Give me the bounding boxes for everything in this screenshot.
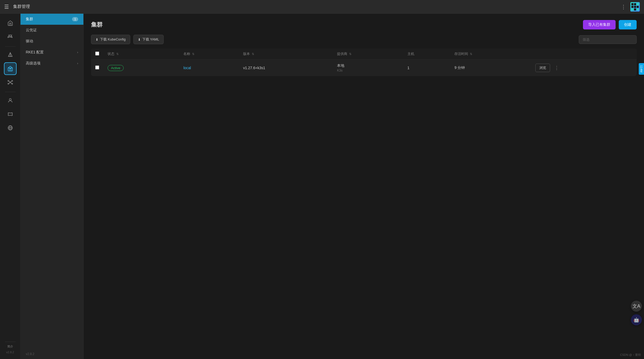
td-uptime: 9 分钟 bbox=[450, 60, 531, 76]
th-actions bbox=[531, 48, 637, 60]
download-yaml-button[interactable]: ⬇ 下载 YAML bbox=[133, 35, 164, 44]
svg-rect-1 bbox=[634, 3, 636, 5]
th-status[interactable]: 状态 ⇅ bbox=[103, 48, 179, 60]
sidebar-item-cattle[interactable] bbox=[4, 31, 17, 43]
svg-rect-6 bbox=[631, 8, 633, 11]
rke1-chevron-icon: › bbox=[77, 50, 78, 54]
download-kubeconfig-button[interactable]: ⬇ 下载 KubeConfig bbox=[91, 35, 130, 44]
import-cluster-button[interactable]: 导入已有集群 bbox=[583, 20, 616, 29]
th-hosts: 主机 bbox=[403, 48, 450, 60]
sidebar-item-puzzle[interactable] bbox=[4, 108, 17, 120]
header-buttons: 导入已有集群 创建 bbox=[583, 20, 637, 29]
main-layout: 简介 v2.8.2 集群 1 云凭证 驱动 RKE1 配置 › 高级选项 › v… bbox=[0, 14, 644, 359]
td-name: local bbox=[179, 60, 239, 76]
td-provider: 本地 K3s bbox=[333, 60, 403, 76]
svg-rect-3 bbox=[631, 6, 633, 8]
content-area: 集群 导入已有集群 创建 ⬇ 下载 KubeConfig ⬇ 下载 YAML bbox=[84, 14, 644, 359]
svg-point-19 bbox=[9, 99, 11, 100]
td-hosts: 1 bbox=[403, 60, 450, 76]
intro-label[interactable]: 简介 bbox=[7, 345, 13, 348]
svg-point-11 bbox=[8, 80, 9, 82]
download-yaml-icon: ⬇ bbox=[138, 38, 141, 42]
svg-rect-7 bbox=[634, 8, 636, 11]
table-row: Active local v1.27.6+k3s1 本地 K3s bbox=[91, 60, 637, 76]
sidebar-item-home[interactable] bbox=[4, 17, 17, 29]
advanced-chevron-icon: › bbox=[77, 62, 78, 65]
row-checkbox[interactable] bbox=[95, 65, 99, 69]
select-all-checkbox[interactable] bbox=[95, 52, 99, 55]
uptime-sort-icon: ⇅ bbox=[470, 52, 472, 56]
sidebar-item-credentials[interactable]: 云凭证 bbox=[21, 25, 83, 36]
topbar: ☰ 集群管理 ⋮ bbox=[0, 0, 644, 14]
th-provider[interactable]: 提供商 ⇅ bbox=[333, 48, 403, 60]
sidebar-item-network[interactable] bbox=[4, 76, 17, 89]
status-sort-icon: ⇅ bbox=[116, 52, 119, 56]
sidebar-divider-1 bbox=[5, 46, 16, 47]
th-version[interactable]: 版本 ⇅ bbox=[239, 48, 333, 60]
translate-button[interactable]: 文A bbox=[631, 301, 642, 312]
name-sort-icon: ⇅ bbox=[192, 52, 194, 56]
td-checkbox bbox=[91, 60, 103, 76]
svg-line-18 bbox=[11, 83, 12, 84]
version-label: v2.8.2 bbox=[6, 351, 14, 354]
size-badge[interactable]: 114M bbox=[639, 63, 644, 75]
svg-line-16 bbox=[11, 81, 12, 82]
row-dots-menu[interactable]: ⋮ bbox=[552, 64, 561, 72]
user-avatar[interactable] bbox=[630, 2, 640, 12]
topbar-dots-button[interactable]: ⋮ bbox=[621, 4, 626, 10]
row-actions: 浏览 ⋮ bbox=[535, 64, 632, 72]
create-cluster-button[interactable]: 创建 bbox=[619, 20, 637, 29]
provider-cell: 本地 K3s bbox=[337, 63, 399, 72]
browse-button[interactable]: 浏览 bbox=[535, 64, 550, 72]
svg-point-14 bbox=[12, 83, 13, 84]
svg-point-10 bbox=[10, 82, 11, 83]
version-sort-icon: ⇅ bbox=[252, 52, 254, 56]
sidebar-item-sail[interactable] bbox=[4, 49, 17, 61]
svg-rect-5 bbox=[637, 6, 639, 8]
sidebar-item-advanced[interactable]: 高级选项 › bbox=[21, 58, 83, 69]
icon-sidebar: 简介 v2.8.2 bbox=[0, 14, 21, 359]
status-badge: Active bbox=[108, 65, 124, 71]
sidebar-divider-3 bbox=[5, 342, 16, 342]
sidebar-item-globe[interactable] bbox=[4, 122, 17, 134]
svg-point-13 bbox=[8, 83, 9, 84]
td-status: Active bbox=[103, 60, 179, 76]
hamburger-button[interactable]: ☰ bbox=[4, 4, 9, 10]
page-title: 集群管理 bbox=[13, 4, 621, 9]
sidebar-item-user[interactable] bbox=[4, 94, 17, 107]
toolbar-left: ⬇ 下载 KubeConfig ⬇ 下载 YAML bbox=[91, 35, 164, 44]
td-row-actions: 浏览 ⋮ bbox=[531, 60, 637, 76]
td-version: v1.27.6+k3s1 bbox=[239, 60, 333, 76]
sidebar-item-driver[interactable]: 驱动 bbox=[21, 36, 83, 47]
table-header-row: 状态 ⇅ 名称 ⇅ 版本 ⇅ 提供商 ⇅ bbox=[91, 48, 637, 60]
sidebar-item-cluster[interactable]: 集群 1 bbox=[21, 14, 83, 25]
provider-sort-icon: ⇅ bbox=[349, 52, 351, 56]
th-name[interactable]: 名称 ⇅ bbox=[179, 48, 239, 60]
chat-button[interactable]: 🤖 bbox=[631, 314, 642, 325]
th-checkbox bbox=[91, 48, 103, 60]
download-icon: ⬇ bbox=[95, 38, 98, 42]
watermark: CSDN @ ↑ 重明 bbox=[620, 353, 641, 357]
svg-rect-4 bbox=[634, 6, 636, 8]
svg-line-15 bbox=[9, 81, 10, 82]
svg-rect-0 bbox=[631, 3, 633, 5]
sidebar-bottom: 简介 v2.8.2 bbox=[0, 340, 20, 356]
secondary-sidebar: 集群 1 云凭证 驱动 RKE1 配置 › 高级选项 › v2.8.2 bbox=[21, 14, 84, 359]
th-uptime[interactable]: 存活时间 ⇅ bbox=[450, 48, 531, 60]
svg-line-17 bbox=[9, 83, 10, 84]
cluster-table: 状态 ⇅ 名称 ⇅ 版本 ⇅ 提供商 ⇅ bbox=[91, 48, 637, 76]
sidebar-version: v2.8.2 bbox=[21, 349, 83, 359]
sidebar-item-rke1[interactable]: RKE1 配置 › bbox=[21, 47, 83, 58]
svg-rect-2 bbox=[637, 3, 639, 5]
cluster-name-link[interactable]: local bbox=[183, 66, 191, 70]
sidebar-divider-2 bbox=[5, 92, 16, 92]
svg-point-12 bbox=[12, 80, 13, 82]
svg-rect-8 bbox=[637, 8, 639, 11]
content-title: 集群 bbox=[91, 21, 103, 29]
sidebar-item-cluster[interactable] bbox=[4, 62, 17, 75]
filter-input[interactable] bbox=[579, 35, 637, 44]
toolbar-row: ⬇ 下载 KubeConfig ⬇ 下载 YAML bbox=[91, 35, 637, 44]
content-header: 集群 导入已有集群 创建 bbox=[91, 20, 637, 29]
